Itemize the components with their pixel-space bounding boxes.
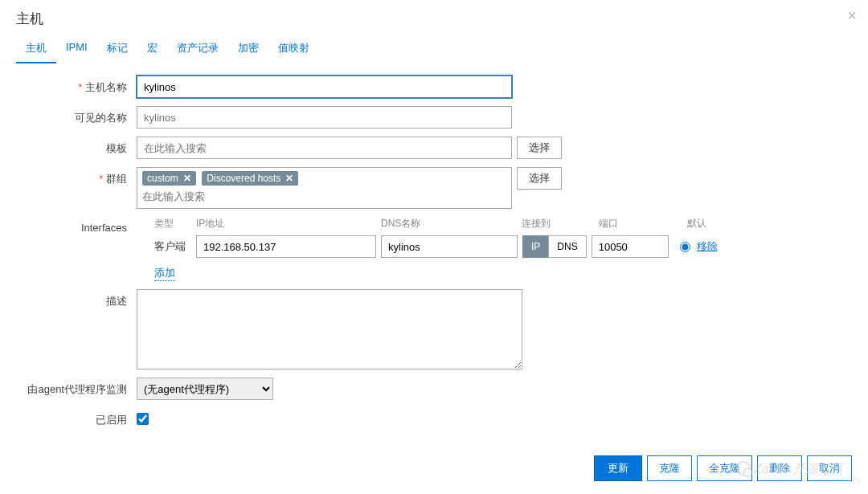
interface-header-row: 类型 IP地址 DNS名称 连接到 端口 默认	[137, 217, 852, 231]
footer-buttons: 更新 克隆 全克隆 删除 取消	[594, 455, 852, 481]
groups-search-input[interactable]	[142, 190, 506, 202]
groups-select-button[interactable]: 选择	[517, 167, 562, 190]
interface-row: 客户端 IP DNS 移除	[137, 235, 852, 258]
tab-encryption[interactable]: 加密	[228, 35, 268, 63]
header-default: 默认	[687, 217, 735, 231]
full-clone-button[interactable]: 全克隆	[697, 455, 752, 481]
header-connect: 连接到	[522, 217, 599, 231]
tab-bar: 主机 IPMI 标记 宏 资产记录 加密 值映射	[0, 35, 868, 64]
enabled-checkbox[interactable]	[137, 413, 149, 425]
groups-input-box[interactable]: custom✕ Discovered hosts✕	[137, 167, 512, 209]
label-groups: 群组	[16, 167, 137, 186]
templates-select-button[interactable]: 选择	[517, 137, 562, 159]
tab-tags[interactable]: 标记	[97, 35, 137, 63]
delete-button[interactable]: 删除	[757, 455, 802, 481]
templates-input[interactable]	[137, 137, 512, 159]
tab-macros[interactable]: 宏	[137, 35, 167, 63]
update-button[interactable]: 更新	[594, 455, 642, 481]
tab-valuemaps[interactable]: 值映射	[268, 35, 319, 63]
cancel-button[interactable]: 取消	[807, 455, 852, 481]
remove-tag-icon[interactable]: ✕	[285, 173, 293, 184]
connect-dns-button[interactable]: DNS	[548, 235, 586, 258]
interface-add-link[interactable]: 添加	[154, 266, 175, 281]
label-templates: 模板	[16, 137, 137, 156]
close-icon[interactable]: ×	[847, 6, 857, 25]
interface-type-label: 客户端	[154, 239, 196, 254]
interface-port-input[interactable]	[592, 235, 669, 258]
visible-name-input[interactable]	[137, 106, 512, 129]
label-host-name: 主机名称	[16, 76, 137, 95]
tab-host[interactable]: 主机	[16, 35, 56, 63]
description-textarea[interactable]	[137, 289, 522, 369]
header-ip: IP地址	[196, 217, 381, 231]
clone-button[interactable]: 克隆	[647, 455, 692, 481]
interface-dns-input[interactable]	[381, 235, 518, 258]
interface-ip-input[interactable]	[196, 235, 376, 258]
group-tag-custom[interactable]: custom✕	[142, 171, 196, 186]
interface-default-radio[interactable]	[680, 242, 690, 252]
label-proxy: 由agent代理程序监测	[16, 378, 137, 397]
proxy-select[interactable]: (无agent代理程序)	[137, 378, 273, 400]
connect-ip-button[interactable]: IP	[522, 235, 548, 258]
label-description: 描述	[16, 289, 137, 308]
label-interfaces: Interfaces	[16, 217, 137, 234]
host-name-input[interactable]	[137, 76, 512, 98]
remove-tag-icon[interactable]: ✕	[183, 173, 191, 184]
interface-remove-link[interactable]: 移除	[697, 239, 718, 254]
tab-ipmi[interactable]: IPMI	[56, 35, 97, 63]
group-tag-discovered[interactable]: Discovered hosts✕	[202, 171, 298, 186]
modal-title: 主机	[0, 0, 868, 35]
header-port: 端口	[599, 217, 687, 231]
header-type: 类型	[154, 217, 196, 231]
label-visible-name: 可见的名称	[16, 106, 137, 125]
label-enabled: 已启用	[16, 408, 137, 427]
tab-inventory[interactable]: 资产记录	[167, 35, 228, 63]
header-dns: DNS名称	[381, 217, 522, 231]
